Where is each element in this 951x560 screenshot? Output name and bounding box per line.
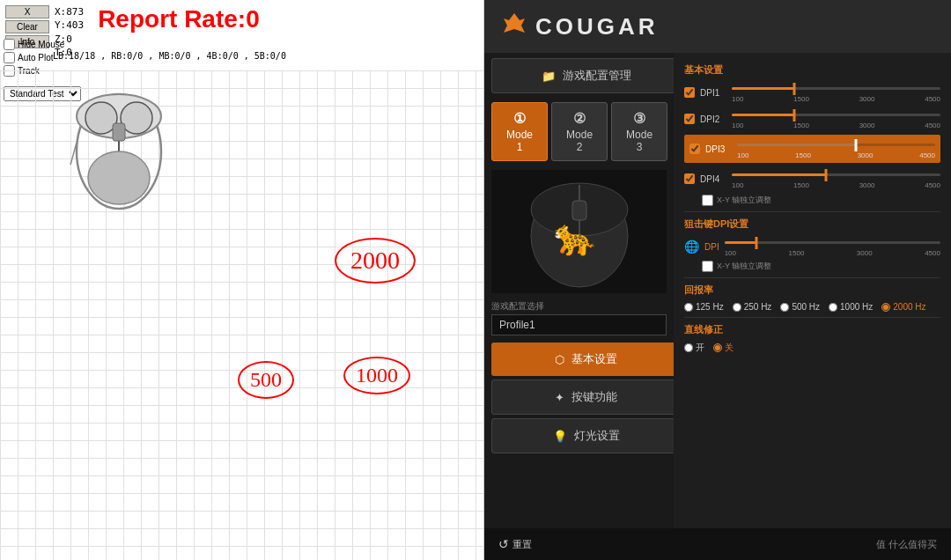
- freq-125[interactable]: 125 Hz: [684, 302, 724, 312]
- mode-1-num: ①: [513, 110, 526, 127]
- left-panel: X Clear Info X:873 Y:403 Z:0 T:0 Report …: [0, 0, 484, 560]
- dpi1-checkbox[interactable]: [684, 87, 695, 98]
- mouse-sketch-svg: [62, 72, 176, 213]
- dpi1-label: DPI1: [700, 88, 726, 98]
- mode-3-num: ③: [633, 110, 645, 127]
- dpi2-label: DPI2: [700, 114, 726, 124]
- annotation-500: 500: [238, 361, 294, 399]
- bottom-bar: ↺ 重置 值 什么值得买: [484, 528, 951, 560]
- dpi3-label: DPI3: [705, 144, 732, 154]
- mode-2-button[interactable]: ② Mode 2: [551, 102, 608, 161]
- snipe-dpi-title: 狙击键DPI设置: [684, 217, 940, 231]
- snipe-axis-checkbox[interactable]: X-Y 轴独立调整: [702, 261, 940, 272]
- watermark: 值 什么值得买: [876, 538, 937, 551]
- reset-button[interactable]: ↺ 重置: [498, 537, 532, 551]
- dpi4-label: DPI4: [700, 174, 726, 184]
- profile-label: 游戏配置选择: [491, 300, 667, 313]
- dpi3-slider-labels: 100150030004500: [737, 151, 935, 159]
- dpi4-row: DPI4 100150030004500: [684, 168, 940, 189]
- settings-panel: 基本设置 DPI1 100150030004500: [674, 53, 951, 528]
- freq-250[interactable]: 250 Hz: [733, 302, 772, 312]
- mode-2-label: Mode 2: [566, 129, 593, 153]
- grid-area: 2000 500 1000: [0, 70, 483, 560]
- mouse-preview: 🐆: [491, 170, 667, 293]
- report-rate-title: Report Rate:0: [98, 5, 260, 33]
- correction-on[interactable]: 开: [684, 342, 704, 354]
- dpi2-row: DPI2 100150030004500: [684, 108, 940, 129]
- coord-x: X:873: [55, 5, 84, 18]
- right-content: 📁 游戏配置管理 ① Mode 1 ② Mode 2 ③ Mode 3: [484, 53, 951, 528]
- cougar-logo-icon: [502, 11, 527, 41]
- nav-profile-mgmt[interactable]: 📁 游戏配置管理: [491, 58, 681, 93]
- close-button[interactable]: X: [5, 5, 49, 18]
- dpi3-checkbox[interactable]: [689, 144, 700, 154]
- mode-2-num: ②: [573, 110, 586, 127]
- correction-off[interactable]: 关: [713, 342, 734, 354]
- dpi3-slider[interactable]: 100150030004500: [737, 138, 935, 159]
- right-nav-area: 📁 游戏配置管理 ① Mode 1 ② Mode 2 ③ Mode 3: [484, 53, 674, 528]
- basic-settings-icon: ⬡: [555, 353, 564, 366]
- dpi4-slider-labels: 100150030004500: [732, 181, 940, 189]
- correction-title: 直线修正: [684, 323, 940, 336]
- mouse-preview-svg: 🐆: [509, 174, 650, 289]
- key-function-label: 按键功能: [571, 389, 617, 405]
- freq-options: 125 Hz 250 Hz 500 Hz 1000 Hz 2000 Hz: [684, 302, 940, 312]
- dpi2-checkbox[interactable]: [684, 114, 695, 124]
- mode-3-label: Mode 3: [626, 129, 652, 153]
- cougar-brand-text: COUGAR: [535, 13, 659, 41]
- clear-button[interactable]: Clear: [5, 20, 49, 33]
- dpi1-slider-labels: 100150030004500: [732, 95, 940, 103]
- snipe-dpi-slider[interactable]: 100150030004500: [725, 236, 940, 257]
- mode-1-button[interactable]: ① Mode 1: [491, 102, 548, 161]
- axis-independent-checkbox[interactable]: X-Y 轴独立调整: [702, 195, 940, 206]
- snipe-dpi-label: DPI: [704, 242, 719, 252]
- dpi3-row: DPI3 100150030004500: [684, 135, 940, 163]
- dpi4-checkbox[interactable]: [684, 173, 695, 184]
- mode-1-label: Mode 1: [506, 129, 533, 153]
- nav-light-settings[interactable]: 💡 灯光设置: [491, 418, 681, 453]
- freq-title: 回报率: [684, 284, 940, 297]
- freq-500[interactable]: 500 Hz: [780, 302, 820, 312]
- right-panel: COUGAR 📁 游戏配置管理 ① Mode 1 ② Mode 2: [484, 0, 951, 560]
- mode-3-button[interactable]: ③ Mode 3: [611, 102, 667, 161]
- basic-settings-title: 基本设置: [684, 63, 940, 77]
- key-function-icon: ✦: [555, 391, 564, 404]
- dpi1-row: DPI1 100150030004500: [684, 82, 940, 103]
- button-status: LB:18/18 , RB:0/0 , MB:0/0 , 4B:0/0 , 5B…: [53, 51, 286, 61]
- light-settings-label: 灯光设置: [574, 428, 620, 444]
- light-settings-icon: 💡: [553, 430, 567, 443]
- profile-input[interactable]: [491, 314, 667, 335]
- correction-options: 开 关: [684, 342, 940, 354]
- snipe-dpi-icon: 🌐: [684, 239, 699, 254]
- svg-rect-7: [113, 123, 125, 141]
- freq-1000[interactable]: 1000 Hz: [829, 302, 873, 312]
- snipe-dpi-slider-labels: 100150030004500: [725, 249, 940, 257]
- basic-settings-label: 基本设置: [571, 351, 617, 367]
- svg-point-5: [88, 151, 150, 204]
- annotation-1000: 1000: [343, 357, 410, 394]
- profile-mgmt-icon: 📁: [542, 70, 556, 83]
- svg-text:🐆: 🐆: [553, 216, 597, 258]
- snipe-dpi-row: 🌐 DPI 100150030004500: [684, 236, 940, 257]
- coord-y: Y:403: [55, 18, 84, 32]
- reset-label: 重置: [512, 538, 532, 551]
- dpi1-slider[interactable]: 100150030004500: [732, 82, 940, 103]
- dpi2-slider[interactable]: 100150030004500: [732, 108, 940, 129]
- snipe-axis-cb[interactable]: [702, 261, 713, 272]
- profile-mgmt-label: 游戏配置管理: [563, 68, 631, 84]
- reset-icon: ↺: [498, 537, 509, 551]
- cougar-header: COUGAR: [484, 0, 951, 53]
- profile-selector: 游戏配置选择: [484, 297, 674, 339]
- dpi2-slider-labels: 100150030004500: [732, 122, 940, 129]
- freq-2000[interactable]: 2000 Hz: [881, 302, 925, 312]
- dpi4-slider[interactable]: 100150030004500: [732, 168, 940, 189]
- nav-key-function[interactable]: ✦ 按键功能: [491, 379, 681, 415]
- axis-checkbox[interactable]: [702, 195, 713, 206]
- svg-marker-8: [504, 13, 525, 33]
- nav-basic-settings[interactable]: ⬡ 基本设置: [491, 343, 681, 376]
- annotation-2000: 2000: [335, 238, 416, 284]
- hide-mouse-checkbox[interactable]: Hide Mouse: [4, 39, 64, 50]
- mode-selector: ① Mode 1 ② Mode 2 ③ Mode 3: [484, 97, 674, 166]
